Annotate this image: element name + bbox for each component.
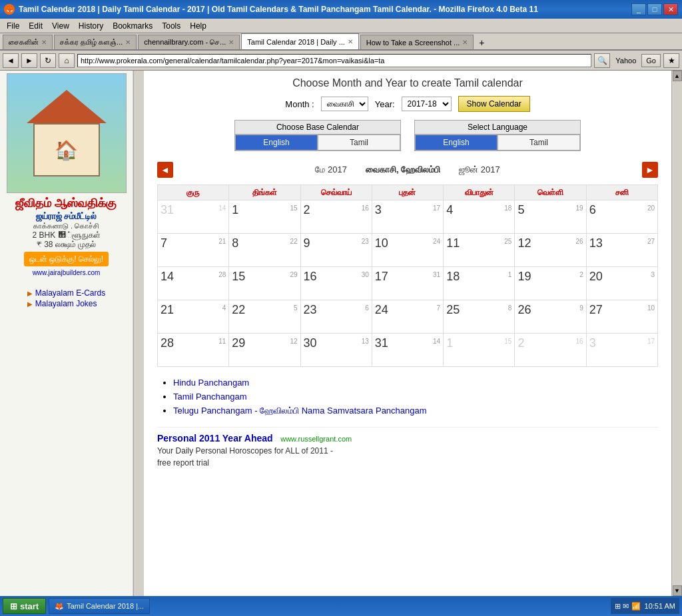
- calendar-day-1-2[interactable]: 923: [300, 234, 372, 267]
- calendar-day-0-0[interactable]: 3114: [158, 200, 229, 234]
- link-1[interactable]: Tamil Panchangam: [173, 392, 247, 402]
- calendar-day-0-6[interactable]: 620: [586, 200, 657, 234]
- new-tab-button[interactable]: +: [475, 36, 488, 49]
- forward-button[interactable]: ►: [21, 53, 37, 68]
- calendar-day-1-0[interactable]: 721: [158, 234, 229, 267]
- home-button[interactable]: ⌂: [59, 53, 75, 68]
- sidebar-link-1[interactable]: ▶ Malayalam Jokes: [27, 299, 105, 308]
- scroll-up-button[interactable]: ▲: [673, 71, 682, 81]
- go-button[interactable]: Go: [641, 54, 661, 67]
- bookmark-star[interactable]: ★: [663, 53, 679, 68]
- minimize-button[interactable]: _: [631, 3, 646, 15]
- reload-button[interactable]: ↻: [40, 53, 56, 68]
- ad-text-2: ஜய்ராஜ் சம்மீட்டில்: [36, 211, 97, 222]
- day-sub-number: 5: [294, 304, 298, 312]
- calendar-day-4-2[interactable]: 3013: [300, 334, 372, 367]
- link-0[interactable]: Hindu Panchangam: [173, 378, 249, 388]
- tab-1[interactable]: சக்கர தமிழ் களஞ்... ✕: [54, 35, 137, 49]
- base-cal-english[interactable]: English: [235, 135, 318, 151]
- next-month-button[interactable]: ►: [642, 162, 658, 178]
- calendar-day-2-6[interactable]: 203: [586, 267, 657, 300]
- scroll-down-button[interactable]: ▼: [673, 585, 682, 596]
- prev-month-button[interactable]: ◄: [157, 162, 173, 178]
- calendar-day-0-4[interactable]: 418: [444, 200, 515, 234]
- calendar-day-2-3[interactable]: 1731: [372, 267, 443, 300]
- calendar-day-4-3[interactable]: 3114: [372, 334, 443, 367]
- menu-history[interactable]: History: [75, 20, 107, 32]
- calendar-day-3-2[interactable]: 236: [300, 300, 372, 334]
- calendar-day-1-5[interactable]: 1226: [515, 234, 586, 267]
- calendar-day-1-4[interactable]: 1125: [444, 234, 515, 267]
- calendar-day-1-3[interactable]: 1024: [372, 234, 443, 267]
- menu-help[interactable]: Help: [186, 20, 210, 32]
- show-calendar-button[interactable]: Show Calendar: [458, 96, 530, 112]
- tab-2[interactable]: chennailbrary.com - செ... ✕: [138, 35, 240, 49]
- calendar-day-0-1[interactable]: 115: [229, 200, 300, 234]
- promo-desc-2: free report trial: [157, 458, 658, 467]
- month-label: Month :: [285, 99, 314, 109]
- tab-0-close[interactable]: ✕: [41, 39, 47, 46]
- arrow-icon-0: ▶: [27, 290, 33, 297]
- calendar-day-3-1[interactable]: 225: [229, 300, 300, 334]
- ad-link[interactable]: www.jairajbuilders.com: [33, 269, 101, 276]
- tab-3-close[interactable]: ✕: [348, 38, 353, 45]
- year-select[interactable]: 2017-18: [402, 97, 452, 111]
- taskbar-firefox-item[interactable]: 🦊 Tamil Calendar 2018 |...: [49, 598, 150, 614]
- link-2[interactable]: Telugu Panchangam - ஹேவிலம்பி Nama Samva…: [173, 406, 427, 416]
- calendar-day-3-6[interactable]: 2710: [586, 300, 657, 334]
- firefox-icon: 🦊: [4, 4, 15, 15]
- tab-3[interactable]: Tamil Calendar 2018 | Daily ... ✕: [241, 33, 359, 49]
- window-controls[interactable]: _ □ ✕: [631, 3, 678, 15]
- calendar-day-4-4[interactable]: 115: [444, 334, 515, 367]
- base-lang-row: Choose Base Calendar English Tamil Selec…: [157, 120, 658, 151]
- tab-1-close[interactable]: ✕: [125, 39, 131, 46]
- calendar-day-3-5[interactable]: 269: [515, 300, 586, 334]
- menu-file[interactable]: File: [3, 20, 23, 32]
- calendar-day-4-1[interactable]: 2912: [229, 334, 300, 367]
- day-sub-number: 14: [433, 338, 440, 345]
- start-button[interactable]: ⊞ start: [3, 598, 46, 614]
- menu-view[interactable]: View: [48, 20, 73, 32]
- lang-tamil[interactable]: Tamil: [498, 135, 580, 151]
- tab-2-close[interactable]: ✕: [228, 39, 234, 46]
- calendar-day-4-0[interactable]: 2811: [158, 334, 229, 367]
- calendar-day-3-3[interactable]: 247: [372, 300, 443, 334]
- calendar-day-2-1[interactable]: 1529: [229, 267, 300, 300]
- tab-4[interactable]: How to Take a Screenshot ... ✕: [360, 35, 474, 49]
- calendar-day-0-3[interactable]: 317: [372, 200, 443, 234]
- left-scrollbar: [133, 71, 144, 596]
- calendar-day-2-2[interactable]: 1630: [300, 267, 372, 300]
- calendar-day-2-4[interactable]: 181: [444, 267, 515, 300]
- sidebar-link-0[interactable]: ▶ Malayalam E-Cards: [27, 288, 105, 298]
- menu-tools[interactable]: Tools: [158, 20, 184, 32]
- calendar-day-1-6[interactable]: 1327: [586, 234, 657, 267]
- calendar-day-0-5[interactable]: 519: [515, 200, 586, 234]
- menu-edit[interactable]: Edit: [25, 20, 47, 32]
- calendar-day-2-0[interactable]: 1428: [158, 267, 229, 300]
- taskbar-window-label: Tamil Calendar 2018 |...: [67, 602, 144, 610]
- ad-button[interactable]: ஒடன் ஒடுக்கு! செல்லு!: [24, 252, 109, 266]
- base-cal-tamil[interactable]: Tamil: [318, 135, 400, 151]
- calendar-day-1-1[interactable]: 822: [229, 234, 300, 267]
- back-button[interactable]: ◄: [3, 53, 19, 68]
- maximize-button[interactable]: □: [647, 3, 662, 15]
- right-scrollbar[interactable]: ▲ ▼: [671, 71, 682, 596]
- promo-title[interactable]: Personal 2011 Year Ahead: [157, 433, 273, 444]
- day-header-6: சனி: [586, 185, 657, 200]
- address-input[interactable]: [77, 54, 591, 67]
- close-button[interactable]: ✕: [663, 3, 678, 15]
- calendar-day-4-5[interactable]: 216: [515, 334, 586, 367]
- calendar-day-0-2[interactable]: 216: [300, 200, 372, 234]
- tab-0[interactable]: சைகளின் ✕: [3, 35, 53, 49]
- calendar-day-3-0[interactable]: 214: [158, 300, 229, 334]
- calendar-day-2-5[interactable]: 192: [515, 267, 586, 300]
- calendar-day-3-4[interactable]: 258: [444, 300, 515, 334]
- calendar-day-4-6[interactable]: 317: [586, 334, 657, 367]
- lang-english[interactable]: English: [415, 135, 498, 151]
- sidebar-link-text-1: Malayalam Jokes: [35, 299, 97, 308]
- menu-bookmarks[interactable]: Bookmarks: [109, 20, 157, 32]
- search-button[interactable]: 🔍: [594, 53, 610, 68]
- month-select[interactable]: வைகாசி: [321, 97, 368, 111]
- tab-4-close[interactable]: ✕: [462, 39, 468, 46]
- day-sub-number: 6: [365, 304, 369, 312]
